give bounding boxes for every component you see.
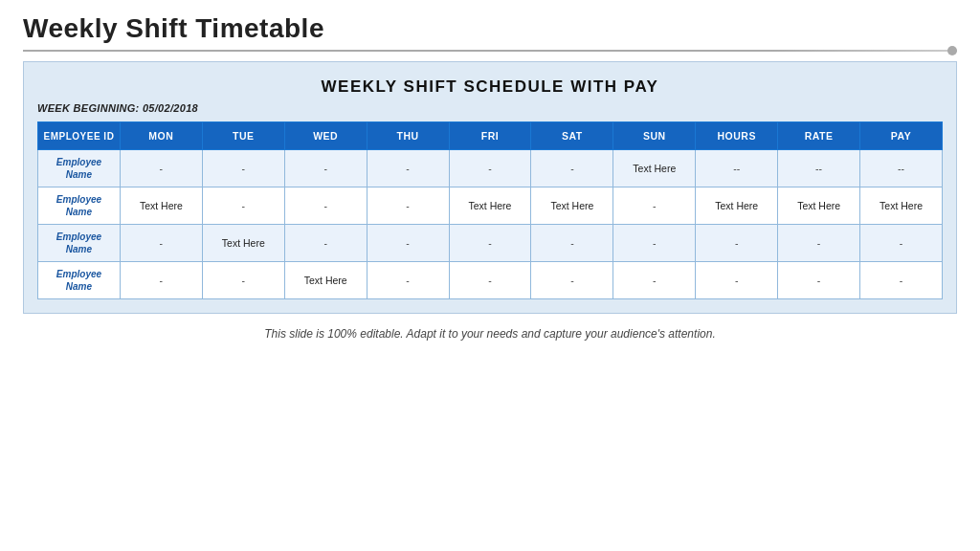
cell-wed: - (284, 150, 367, 187)
col-sun: SUN (613, 122, 696, 150)
col-employee-id: EMPLOYEE ID (38, 122, 121, 150)
cell-sun: - (613, 187, 696, 225)
cell-pay: -- (860, 150, 943, 187)
col-fri: FRI (449, 122, 531, 150)
cell-mon: - (120, 262, 202, 299)
cell-rate: Text Here (778, 187, 860, 225)
col-rate: RATE (778, 122, 860, 150)
cell-hours: - (696, 225, 778, 262)
table-row: EmployeeName------Text Here------ (38, 150, 943, 187)
cell-rate: -- (778, 150, 860, 187)
cell-sat: - (531, 150, 613, 187)
cell-tue: Text Here (202, 225, 284, 262)
schedule-table: EMPLOYEE ID MON TUE WED THU FRI SAT SUN … (37, 121, 943, 299)
cell-pay: - (860, 225, 943, 262)
employee-name-cell: EmployeeName (38, 187, 121, 225)
cell-sat: - (531, 262, 613, 299)
cell-pay: Text Here (860, 187, 943, 225)
table-header-row: EMPLOYEE ID MON TUE WED THU FRI SAT SUN … (38, 122, 943, 150)
employee-name-cell: EmployeeName (38, 225, 121, 262)
cell-hours: - (696, 262, 778, 299)
cell-sun: - (613, 225, 696, 262)
table-row: EmployeeName-Text Here-------- (38, 225, 943, 262)
cell-hours: Text Here (696, 187, 778, 225)
cell-rate: - (778, 262, 860, 299)
col-hours: HOURS (696, 122, 778, 150)
cell-wed: Text Here (284, 262, 367, 299)
cell-sat: Text Here (531, 187, 613, 225)
col-mon: MON (120, 122, 202, 150)
footer-note: This slide is 100% editable. Adapt it to… (0, 327, 980, 341)
cell-rate: - (778, 225, 860, 262)
cell-tue: - (202, 187, 284, 225)
col-wed: WED (284, 122, 367, 150)
cell-pay: - (860, 262, 943, 299)
cell-tue: - (202, 262, 284, 299)
cell-fri: - (449, 225, 531, 262)
cell-thu: - (367, 187, 449, 225)
cell-sun: - (613, 262, 696, 299)
main-container: WEEKLY SHIFT SCHEDULE WITH PAY WEEK BEGI… (23, 61, 957, 314)
employee-name-cell: EmployeeName (38, 150, 121, 187)
cell-thu: - (367, 150, 449, 187)
table-row: EmployeeName--Text Here------- (38, 262, 943, 299)
cell-mon: Text Here (120, 187, 202, 225)
cell-mon: - (120, 225, 202, 262)
col-sat: SAT (531, 122, 613, 150)
cell-wed: - (284, 225, 367, 262)
cell-wed: - (284, 187, 367, 225)
title-divider (23, 50, 957, 52)
cell-fri: - (449, 262, 531, 299)
cell-thu: - (367, 262, 449, 299)
table-row: EmployeeNameText Here---Text HereText He… (38, 187, 943, 225)
week-label: WEEK BEGINNING: 05/02/2018 (37, 100, 943, 121)
cell-hours: -- (696, 150, 778, 187)
schedule-title: WEEKLY SHIFT SCHEDULE WITH PAY (37, 72, 943, 100)
col-pay: PAY (860, 122, 943, 150)
cell-sat: - (531, 225, 613, 262)
col-tue: TUE (202, 122, 284, 150)
employee-name-cell: EmployeeName (38, 262, 121, 299)
page-title: Weekly Shift Timetable (0, 0, 980, 50)
col-thu: THU (367, 122, 449, 150)
cell-thu: - (367, 225, 449, 262)
cell-tue: - (202, 150, 284, 187)
cell-fri: Text Here (449, 187, 531, 225)
cell-fri: - (449, 150, 531, 187)
cell-mon: - (120, 150, 202, 187)
cell-sun: Text Here (613, 150, 696, 187)
